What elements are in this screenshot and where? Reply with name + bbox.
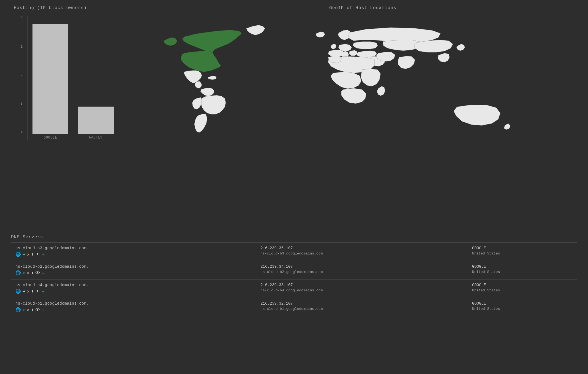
- globe-icon[interactable]: 🌐: [15, 289, 21, 294]
- table-row: ns-cloud-b1.googledomains.com. 🌐 ↩ ✕ ⬆ 👁…: [11, 298, 577, 316]
- country-greece: [349, 50, 357, 56]
- globe-icon[interactable]: 🌐: [15, 252, 21, 257]
- table-row: ns-cloud-b3.googledomains.com. 🌐 ↩ ✕ ⬆ 👁…: [11, 243, 577, 261]
- dns-section: DNS Servers ns-cloud-b3.googledomains.co…: [8, 232, 580, 319]
- eye-icon[interactable]: 👁: [36, 289, 40, 294]
- dns-provider: GOOGLE: [472, 246, 573, 250]
- plus-icon[interactable]: ✛: [42, 288, 45, 294]
- dns-name: ns-cloud-b3.googledomains.com.: [15, 246, 252, 250]
- y-label-3: 3: [14, 102, 25, 106]
- dns-country: United States: [472, 270, 573, 274]
- plus-icon[interactable]: ✛: [42, 270, 45, 276]
- chart-section: Hosting (IP block owners) 4 3 2 1 0 GOOG…: [8, 3, 146, 226]
- refresh-icon[interactable]: ↩: [23, 270, 25, 276]
- top-section: Hosting (IP block owners) 4 3 2 1 0 GOOG…: [8, 3, 580, 226]
- y-label-0: 0: [14, 16, 25, 20]
- bar-chart-container: 4 3 2 1 0 GOOGLE FASTLY: [14, 16, 118, 148]
- dns-country: United States: [472, 307, 573, 311]
- main-container: Hosting (IP block owners) 4 3 2 1 0 GOOG…: [0, 0, 588, 322]
- dns-table: ns-cloud-b3.googledomains.com. 🌐 ↩ ✕ ⬆ 👁…: [11, 242, 577, 316]
- dns-name: ns-cloud-b2.googledomains.com.: [15, 264, 252, 269]
- bar-google: [32, 24, 68, 134]
- dns-name: ns-cloud-b1.googledomains.com.: [15, 301, 252, 306]
- globe-icon[interactable]: 🌐: [15, 270, 21, 276]
- table-row: ns-cloud-b2.googledomains.com. 🌐 ↩ ✕ ⬆ 👁…: [11, 261, 577, 280]
- country-ukraine: [353, 42, 378, 49]
- link-icon[interactable]: ✕: [27, 270, 30, 276]
- y-label-4: 4: [14, 130, 25, 134]
- chart-title: Hosting (IP block owners): [14, 6, 140, 10]
- dns-name: ns-cloud-b4.googledomains.com.: [15, 283, 252, 287]
- dns-icons: 🌐 ↩ ✕ ⬆ 👁 ✛: [15, 251, 252, 258]
- map-title: GeoIP of Host Locations: [151, 6, 574, 10]
- refresh-icon[interactable]: ↩: [23, 252, 25, 257]
- dns-icons: 🌐 ↩ ✕ ⬆ 👁 ✛: [15, 288, 252, 294]
- dns-icons: 🌐 ↩ ✕ ⬆ 👁 ✛: [15, 270, 252, 276]
- dns-hostname: ns-cloud-b2.googledomains.com: [260, 270, 463, 274]
- map-section: GeoIP of Host Locations: [146, 3, 580, 226]
- upload-icon[interactable]: ⬆: [31, 289, 34, 294]
- bar-label-fastly: FASTLY: [89, 136, 102, 140]
- world-map-svg: [151, 16, 564, 223]
- dns-provider: GOOGLE: [472, 301, 573, 306]
- country-central-europe: [339, 44, 352, 51]
- table-row: ns-cloud-b4.googledomains.com. 🌐 ↩ ✕ ⬆ 👁…: [11, 280, 577, 298]
- link-icon[interactable]: ✕: [27, 252, 30, 257]
- eye-icon[interactable]: 👁: [36, 252, 40, 257]
- dns-provider: GOOGLE: [472, 264, 573, 269]
- y-axis: 4 3 2 1 0: [14, 16, 25, 143]
- dns-country: United States: [472, 251, 573, 256]
- link-icon[interactable]: ✕: [27, 289, 30, 294]
- eye-icon[interactable]: 👁: [36, 270, 40, 276]
- dns-icons: 🌐 ↩ ✕ ⬆ 👁 ✛: [15, 307, 252, 313]
- dns-provider: GOOGLE: [472, 283, 573, 287]
- bar-group-google: GOOGLE: [31, 24, 70, 140]
- eye-icon[interactable]: 👁: [36, 307, 40, 313]
- upload-icon[interactable]: ⬆: [31, 307, 34, 313]
- upload-icon[interactable]: ⬆: [31, 270, 34, 276]
- refresh-icon[interactable]: ↩: [23, 307, 25, 313]
- link-icon[interactable]: ✕: [27, 307, 30, 313]
- dns-hostname: ns-cloud-b3.googledomains.com: [260, 251, 463, 256]
- globe-icon[interactable]: 🌐: [15, 307, 21, 313]
- y-label-1: 1: [14, 45, 25, 49]
- dns-hostname: ns-cloud-b4.googledomains.com: [260, 288, 463, 292]
- bars-area: GOOGLE FASTLY: [28, 16, 118, 140]
- refresh-icon[interactable]: ↩: [23, 289, 25, 294]
- dns-ip: 216.239.34.107: [260, 264, 463, 269]
- plus-icon[interactable]: ✛: [42, 307, 45, 313]
- dns-ip: 216.239.38.107: [260, 283, 463, 287]
- y-label-2: 2: [14, 73, 25, 77]
- dns-country: United States: [472, 288, 573, 292]
- plus-icon[interactable]: ✛: [42, 251, 45, 258]
- dns-ip: 216.239.32.107: [260, 301, 463, 306]
- dns-hostname: ns-cloud-b1.googledomains.com: [260, 307, 463, 311]
- bar-group-fastly: FASTLY: [76, 107, 116, 140]
- bar-fastly: [78, 107, 114, 134]
- dns-section-title: DNS Servers: [11, 235, 577, 240]
- bar-label-google: GOOGLE: [44, 136, 57, 140]
- dns-ip: 216.239.36.107: [260, 246, 463, 250]
- world-map-container: [151, 16, 564, 224]
- upload-icon[interactable]: ⬆: [31, 252, 34, 257]
